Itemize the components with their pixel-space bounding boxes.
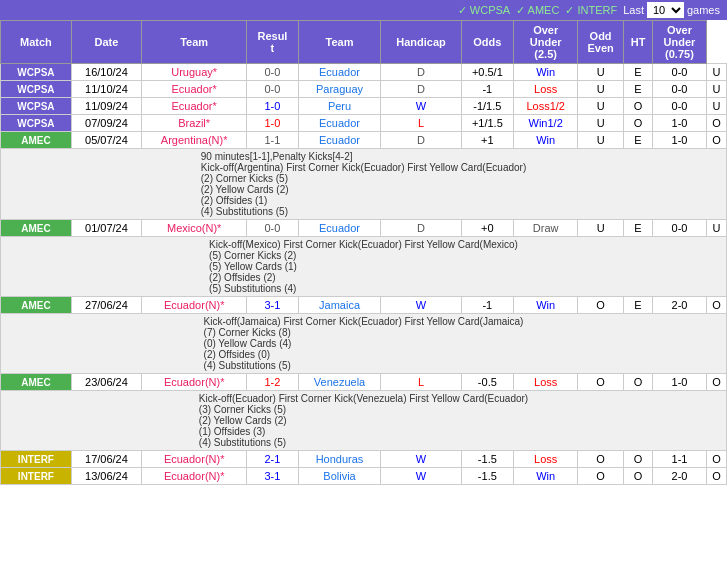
games-select[interactable]: 10 20 30	[647, 2, 684, 18]
indicator: W	[381, 468, 461, 485]
odds-result: Loss	[514, 451, 578, 468]
indicator: D	[381, 132, 461, 149]
ht-val: 1-1	[652, 451, 706, 468]
table-row: INTERF 17/06/24 Ecuador(N)* 2-1 Honduras…	[1, 451, 727, 468]
ou075-val: U	[706, 98, 726, 115]
ou25-val: O	[578, 374, 624, 391]
top-bar: ✓ WCPSA ✓ AMEC ✓ INTERF Last 10 20 30 ga…	[0, 0, 727, 20]
match-type: INTERF	[1, 468, 72, 485]
ou25-val: O	[578, 468, 624, 485]
team1-name: Ecuador(N)*	[142, 374, 247, 391]
match-type: AMEC	[1, 297, 72, 314]
team1-name: Brazil*	[142, 115, 247, 132]
match-date: 13/06/24	[71, 468, 141, 485]
odds-result: Win	[514, 297, 578, 314]
match-date: 27/06/24	[71, 297, 141, 314]
odds-result: Loss	[514, 374, 578, 391]
ht-val: 1-0	[652, 132, 706, 149]
team1-name: Ecuador(N)*	[142, 451, 247, 468]
interf-check: ✓ INTERF	[565, 4, 617, 17]
table-row: WCPSA 11/09/24 Ecuador* 1-0 Peru W -1/1.…	[1, 98, 727, 115]
detail-cell: 90 minutes[1-1],Penalty Kicks[4-2]Kick-o…	[1, 149, 727, 220]
detail-cell: Kick-off(Ecuador) First Corner Kick(Vene…	[1, 391, 727, 451]
match-result: 2-1	[247, 451, 298, 468]
match-result: 1-0	[247, 98, 298, 115]
handicap-val: -0.5	[461, 374, 514, 391]
ou25-val: O	[578, 297, 624, 314]
header-ht: HT	[624, 21, 653, 64]
handicap-val: -1.5	[461, 451, 514, 468]
handicap-val: -1.5	[461, 468, 514, 485]
ou25-val: U	[578, 132, 624, 149]
team1-name: Uruguay*	[142, 64, 247, 81]
table-row: WCPSA 16/10/24 Uruguay* 0-0 Ecuador D +0…	[1, 64, 727, 81]
table-row: WCPSA 07/09/24 Brazil* 1-0 Ecuador L +1/…	[1, 115, 727, 132]
ou25-val: O	[578, 451, 624, 468]
ou075-val: O	[706, 451, 726, 468]
match-result: 0-0	[247, 81, 298, 98]
odd-even-val: E	[624, 132, 653, 149]
match-date: 01/07/24	[71, 220, 141, 237]
handicap-val: -1	[461, 297, 514, 314]
team1-name: Argentina(N)*	[142, 132, 247, 149]
table-row: WCPSA 11/10/24 Ecuador* 0-0 Paraguay D -…	[1, 81, 727, 98]
handicap-val: -1/1.5	[461, 98, 514, 115]
detail-row: 90 minutes[1-1],Penalty Kicks[4-2]Kick-o…	[1, 149, 727, 220]
odd-even-val: O	[624, 115, 653, 132]
odd-even-val: O	[624, 451, 653, 468]
ht-val: 1-0	[652, 115, 706, 132]
match-type: INTERF	[1, 451, 72, 468]
handicap-val: +1/1.5	[461, 115, 514, 132]
header-team1: Team	[142, 21, 247, 64]
ht-val: 0-0	[652, 81, 706, 98]
team2-name: Paraguay	[298, 81, 381, 98]
match-date: 07/09/24	[71, 115, 141, 132]
team2-name: Jamaica	[298, 297, 381, 314]
header-handicap: Handicap	[381, 21, 461, 64]
match-type: WCPSA	[1, 81, 72, 98]
team2-name: Ecuador	[298, 115, 381, 132]
team2-name: Ecuador	[298, 132, 381, 149]
table-row: AMEC 05/07/24 Argentina(N)* 1-1 Ecuador …	[1, 132, 727, 149]
odd-even-val: E	[624, 220, 653, 237]
match-result: 1-1	[247, 132, 298, 149]
team2-name: Peru	[298, 98, 381, 115]
odd-even-val: E	[624, 81, 653, 98]
indicator: D	[381, 81, 461, 98]
odds-result: Win1/2	[514, 115, 578, 132]
odds-result: Win	[514, 468, 578, 485]
match-type: AMEC	[1, 132, 72, 149]
match-type: WCPSA	[1, 115, 72, 132]
odds-result: Win	[514, 64, 578, 81]
ht-val: 2-0	[652, 297, 706, 314]
ou25-val: U	[578, 98, 624, 115]
indicator: D	[381, 64, 461, 81]
header-ou075: OverUnder(0.75)	[652, 21, 706, 64]
ht-val: 0-0	[652, 98, 706, 115]
team1-name: Ecuador(N)*	[142, 297, 247, 314]
table-row: AMEC 23/06/24 Ecuador(N)* 1-2 Venezuela …	[1, 374, 727, 391]
match-type: AMEC	[1, 374, 72, 391]
match-date: 11/10/24	[71, 81, 141, 98]
ou075-val: O	[706, 132, 726, 149]
team2-name: Venezuela	[298, 374, 381, 391]
match-date: 23/06/24	[71, 374, 141, 391]
team1-name: Ecuador(N)*	[142, 468, 247, 485]
match-type: AMEC	[1, 220, 72, 237]
handicap-val: +1	[461, 132, 514, 149]
team2-name: Ecuador	[298, 220, 381, 237]
team1-name: Mexico(N)*	[142, 220, 247, 237]
ou075-val: O	[706, 374, 726, 391]
header-match: Match	[1, 21, 72, 64]
indicator: L	[381, 374, 461, 391]
odd-even-val: O	[624, 468, 653, 485]
team2-name: Honduras	[298, 451, 381, 468]
ou075-val: U	[706, 220, 726, 237]
handicap-val: -1	[461, 81, 514, 98]
match-type: WCPSA	[1, 98, 72, 115]
odds-result: Loss	[514, 81, 578, 98]
header-result: Result	[247, 21, 298, 64]
team1-name: Ecuador*	[142, 81, 247, 98]
match-result: 3-1	[247, 297, 298, 314]
match-type: WCPSA	[1, 64, 72, 81]
